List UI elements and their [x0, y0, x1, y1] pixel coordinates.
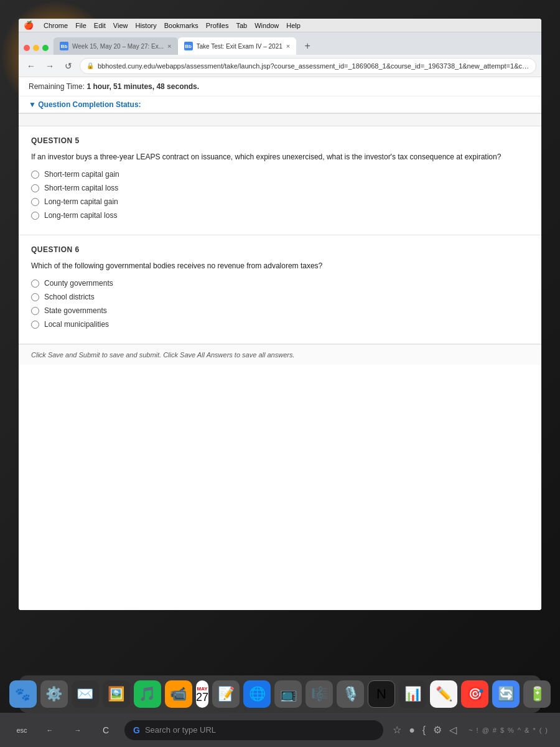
question-6-block: QUESTION 6 Which of the following govern…	[19, 235, 541, 344]
q5-option-3[interactable]: Long-term capital gain	[31, 197, 529, 206]
question-5-number: QUESTION 5	[31, 136, 529, 145]
q5-radio-1[interactable]	[31, 171, 39, 179]
dock-music2[interactable]: 🎼	[306, 680, 333, 708]
question-5-text: If an investor buys a three-year LEAPS c…	[31, 151, 529, 162]
browser: Bb Week 15, May 20 – May 27: Ex... × Bb …	[19, 32, 541, 610]
dock-stats[interactable]: 📊	[399, 680, 426, 708]
submit-note: Click Save and Submit to save and submit…	[19, 344, 541, 365]
back-key[interactable]: ←	[40, 726, 59, 734]
back-button[interactable]: ←	[24, 59, 39, 73]
laptop-bg: 🍎 Chrome File Edit View History Bookmark…	[0, 0, 560, 747]
tab-close-exam[interactable]: ×	[286, 42, 290, 50]
apple-menu[interactable]: 🍎	[24, 21, 34, 30]
maximize-window-button[interactable]	[42, 45, 49, 51]
dock-photos[interactable]: 🖼️	[103, 680, 130, 708]
q6-label-4: Local municipalities	[44, 320, 109, 329]
record-icon[interactable]: ●	[409, 725, 415, 736]
q6-option-3[interactable]: State governments	[31, 306, 529, 315]
close-window-button[interactable]	[24, 45, 30, 51]
dock-target[interactable]: 🎯	[461, 680, 488, 708]
key-tilde[interactable]: ~	[469, 726, 472, 734]
url-bar[interactable]: 🔒 bbhosted.cuny.edu/webapps/assessment/t…	[80, 58, 536, 74]
question-6-number: QUESTION 6	[31, 245, 529, 254]
gear-key[interactable]: ⚙	[433, 724, 442, 736]
forward-button[interactable]: →	[42, 59, 57, 73]
key-amp[interactable]: &	[525, 726, 529, 734]
key-dollar[interactable]: $	[500, 726, 504, 734]
key-percent[interactable]: %	[508, 726, 514, 734]
q6-option-4[interactable]: Local municipalities	[31, 320, 529, 329]
dock-music[interactable]: 🎵	[134, 680, 161, 708]
q5-radio-4[interactable]	[31, 212, 39, 220]
dock: 🐾 ⚙️ ✉️ 🖼️ 🎵 📹 MAY 27 📝 🌐 📺 🎼 🎙️ N 📊 ✏️ …	[19, 675, 541, 713]
refresh-key[interactable]: C	[96, 725, 115, 735]
key-rparen[interactable]: )	[545, 726, 548, 734]
star-icon[interactable]: ☆	[393, 724, 401, 736]
menu-bookmarks[interactable]: Bookmarks	[164, 22, 198, 29]
q5-label-2: Short-term capital loss	[44, 184, 118, 192]
q5-option-1[interactable]: Short-term capital gain	[31, 170, 529, 179]
page-content[interactable]: Remaining Time: 1 hour, 51 minutes, 48 s…	[19, 77, 541, 610]
key-caret[interactable]: ^	[518, 726, 521, 734]
remaining-time-value: 1 hour, 51 minutes, 48 seconds.	[86, 82, 199, 91]
key-lparen[interactable]: (	[539, 726, 542, 734]
menu-window[interactable]: Window	[254, 22, 279, 29]
back-arrow-key[interactable]: ◁	[449, 724, 457, 736]
q6-radio-2[interactable]	[31, 293, 39, 301]
tab-label-week15: Week 15, May 20 – May 27: Ex...	[72, 43, 164, 50]
q6-option-1[interactable]: County governments	[31, 279, 529, 288]
menu-tab[interactable]: Tab	[236, 22, 247, 29]
key-star[interactable]: *	[533, 726, 535, 734]
tab-close-week15[interactable]: ×	[167, 42, 171, 50]
dock-tv[interactable]: 📺	[274, 680, 302, 708]
question-completion-toggle[interactable]: ▼ Question Completion Status:	[19, 96, 541, 114]
q5-option-2[interactable]: Short-term capital loss	[31, 184, 529, 192]
q5-radio-3[interactable]	[31, 198, 39, 206]
key-hash[interactable]: #	[493, 726, 497, 734]
dock-calendar[interactable]: MAY 27	[196, 680, 208, 708]
menu-edit[interactable]: Edit	[94, 22, 106, 29]
dock-edit[interactable]: ✏️	[430, 680, 457, 708]
search-bar-bottom[interactable]: G Search or type URL	[124, 720, 383, 740]
q5-label-1: Short-term capital gain	[44, 170, 119, 179]
completion-bar	[19, 114, 541, 126]
tab-exit-exam[interactable]: Bb Take Test: Exit Exam IV – 2021 ×	[178, 37, 297, 55]
menu-profiles[interactable]: Profiles	[206, 22, 229, 29]
keyboard-keys: ~ ! @ # $ % ^ & * ( )	[469, 726, 548, 734]
esc-key[interactable]: esc	[12, 726, 31, 734]
menu-help[interactable]: Help	[286, 22, 301, 29]
menu-view[interactable]: View	[113, 22, 128, 29]
dock-launchpad[interactable]: ⚙️	[40, 680, 68, 708]
forward-key[interactable]: →	[68, 726, 87, 734]
dock-mail[interactable]: ✉️	[72, 680, 99, 708]
dock-n[interactable]: N	[368, 680, 395, 708]
dock-sync[interactable]: 🔄	[492, 680, 520, 708]
refresh-button[interactable]: ↺	[61, 59, 76, 73]
tab-favicon-exam: Bb	[184, 42, 193, 50]
new-tab-button[interactable]: +	[299, 37, 316, 55]
brace-key[interactable]: {	[422, 725, 426, 736]
q6-radio-1[interactable]	[31, 280, 39, 288]
dock-finder[interactable]: 🐾	[9, 680, 37, 708]
google-logo: G	[133, 725, 140, 735]
tab-week15[interactable]: Bb Week 15, May 20 – May 27: Ex... ×	[54, 37, 178, 55]
q6-radio-3[interactable]	[31, 307, 39, 315]
key-exclaim[interactable]: !	[477, 726, 478, 734]
dock-notes[interactable]: 📝	[212, 680, 240, 708]
dock-chrome[interactable]: 🌐	[243, 680, 271, 708]
minimize-window-button[interactable]	[33, 45, 39, 51]
q6-label-2: School districts	[44, 293, 95, 301]
menu-file[interactable]: File	[75, 22, 86, 29]
q5-option-4[interactable]: Long-term capital loss	[31, 211, 529, 220]
q5-radio-2[interactable]	[31, 184, 39, 192]
dock-battery[interactable]: 🔋	[523, 680, 551, 708]
dock-camera[interactable]: 📹	[165, 680, 192, 708]
bottom-icons: ☆ ● { ⚙ ◁	[393, 724, 457, 736]
q6-radio-4[interactable]	[31, 321, 39, 329]
menu-chrome[interactable]: Chrome	[44, 22, 68, 29]
key-at[interactable]: @	[482, 726, 489, 734]
q5-label-3: Long-term capital gain	[44, 197, 118, 206]
dock-podcast[interactable]: 🎙️	[337, 680, 364, 708]
menu-history[interactable]: History	[135, 22, 156, 29]
q6-option-2[interactable]: School districts	[31, 293, 529, 301]
